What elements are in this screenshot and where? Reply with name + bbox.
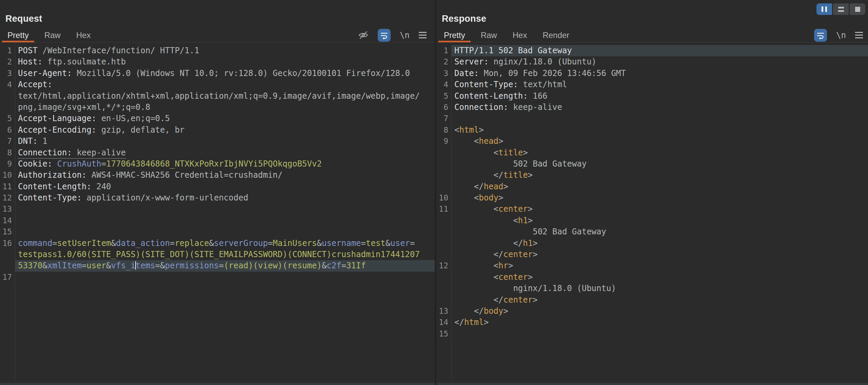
menu-icon[interactable]	[855, 32, 863, 38]
response-toolbar: \n	[814, 29, 863, 42]
response-horizontal-scrollbar[interactable]	[436, 382, 868, 385]
code-row[interactable]: 3User-Agent: Mozilla/5.0 (Windows NT 10.…	[0, 68, 435, 79]
code-token: keep-alive	[508, 102, 562, 112]
code-row[interactable]: </title>	[436, 170, 868, 181]
code-token: 31If	[346, 261, 366, 270]
line-number: 13	[436, 306, 451, 317]
code-row[interactable]: 8<html>	[436, 124, 868, 136]
request-editor[interactable]: 1POST /WebInterface/function/ HTTP/1.12H…	[0, 43, 435, 382]
code-row[interactable]: nginx/1.18.0 (Ubuntu)	[436, 283, 868, 294]
tab-raw[interactable]: Raw	[39, 28, 66, 42]
code-row[interactable]: 9Cookie: CrushAuth=1770643846868_NTXKxPo…	[0, 158, 435, 170]
code-row[interactable]: 16command=setUserItem&data_action=replac…	[0, 238, 435, 249]
code-token: <	[454, 193, 479, 203]
code-row[interactable]: 14</html>	[436, 317, 868, 328]
code-row[interactable]: </head>	[436, 181, 868, 192]
code-row[interactable]: 1HTTP/1.1 502 Bad Gateway	[436, 45, 868, 56]
line-number: 14	[436, 317, 451, 328]
newline-icon[interactable]: \n	[400, 31, 410, 40]
tab-pretty[interactable]: Pretty	[438, 28, 471, 42]
newline-icon[interactable]: \n	[836, 31, 846, 40]
code-row[interactable]: 5Content-Length: 166	[436, 91, 868, 102]
code-row[interactable]: 12Content-Type: application/x-www-form-u…	[0, 192, 435, 204]
code-row[interactable]: 6Connection: keep-alive	[436, 102, 868, 113]
code-token: </	[454, 238, 523, 248]
code-row[interactable]: 11 <center>	[436, 204, 868, 215]
code-row[interactable]: 12 <hr>	[436, 260, 868, 271]
code-row[interactable]: 10Authorization: AWS4-HMAC-SHA256 Creden…	[0, 170, 435, 181]
layout-columns-button[interactable]	[816, 3, 832, 15]
code-row[interactable]: 6Accept-Encoding: gzip, deflate, br	[0, 124, 435, 136]
code-text: Accept-Language: en-US,en;q=0.5	[15, 113, 435, 124]
eye-off-icon[interactable]	[358, 30, 369, 40]
code-row[interactable]: 2Host: ftp.soulmate.htb	[0, 56, 435, 68]
tab-pretty[interactable]: Pretty	[2, 28, 34, 42]
code-text: Connection: keep-alive	[15, 147, 435, 158]
layout-rows-button[interactable]	[833, 3, 849, 15]
code-token: MainUsers	[273, 238, 317, 248]
line-number	[436, 215, 451, 226]
code-row[interactable]: 2Server: nginx/1.18.0 (Ubuntu)	[436, 56, 868, 68]
code-text: <html>	[451, 124, 868, 136]
code-row[interactable]: 502 Bad Gateway	[436, 226, 868, 237]
tab-hex[interactable]: Hex	[507, 28, 533, 42]
code-token: center	[498, 272, 528, 282]
code-row[interactable]: 11Content-Length: 240	[0, 181, 435, 192]
line-number: 9	[0, 158, 15, 170]
code-token: Connection:	[454, 102, 508, 112]
code-token: Host:	[18, 57, 42, 66]
code-row[interactable]: 1POST /WebInterface/function/ HTTP/1.1	[0, 45, 435, 56]
code-row[interactable]: </h1>	[436, 238, 868, 249]
code-row[interactable]: 8Connection: keep-alive	[0, 147, 435, 158]
code-row[interactable]: </center>	[436, 294, 868, 306]
code-token: <	[454, 216, 518, 225]
code-token: html	[459, 125, 479, 135]
tab-hex[interactable]: Hex	[71, 28, 96, 42]
code-row[interactable]: testpass1.0/60(SITE_PASS)(SITE_DOT)(SITE…	[0, 249, 435, 260]
code-row[interactable]: 5Accept-Language: en-US,en;q=0.5	[0, 113, 435, 124]
response-editor[interactable]: 1HTTP/1.1 502 Bad Gateway2Server: nginx/…	[436, 43, 868, 382]
code-row[interactable]: <center>	[436, 272, 868, 283]
code-row[interactable]: <h1>	[436, 215, 868, 226]
line-number: 16	[0, 238, 15, 249]
code-row[interactable]: 4Content-Type: text/html	[436, 79, 868, 90]
code-row[interactable]: 15	[0, 226, 435, 237]
code-row[interactable]: 3Date: Mon, 09 Feb 2026 13:46:56 GMT	[436, 68, 868, 79]
request-horizontal-scrollbar[interactable]	[0, 382, 435, 385]
code-row[interactable]: 13	[0, 204, 435, 215]
code-row[interactable]: 13 </body>	[436, 306, 868, 317]
code-row[interactable]: png,image/svg+xml,*/*;q=0.8	[0, 102, 435, 113]
code-row[interactable]: </center>	[436, 249, 868, 260]
code-text: </html>	[451, 317, 868, 328]
gutter-divider	[451, 43, 452, 382]
layout-single-button[interactable]	[850, 3, 865, 15]
code-row[interactable]: 9 <head>	[436, 136, 868, 147]
code-row[interactable]: 53370&xmlItem=user&vfs_items=&permission…	[0, 260, 435, 271]
code-token: 1	[38, 136, 47, 146]
code-row[interactable]: 7	[436, 113, 868, 124]
request-tabbar: Pretty Raw Hex \n	[0, 28, 435, 42]
code-row[interactable]: 10 <body>	[436, 192, 868, 204]
word-wrap-icon[interactable]	[814, 29, 827, 42]
code-row[interactable]: text/html,application/xhtml+xml,applicat…	[0, 91, 435, 102]
code-row[interactable]: 502 Bad Gateway	[436, 158, 868, 170]
line-number: 6	[0, 124, 15, 136]
code-row[interactable]: 17	[0, 272, 435, 283]
code-token: title	[498, 148, 523, 157]
code-row[interactable]: 14	[0, 215, 435, 226]
request-title: Request	[5, 14, 42, 24]
code-row[interactable]: 15	[436, 328, 868, 340]
code-text	[15, 204, 435, 215]
code-row[interactable]: 4Accept:	[0, 79, 435, 90]
line-number: 2	[0, 56, 15, 68]
menu-icon[interactable]	[419, 32, 427, 38]
tab-raw[interactable]: Raw	[475, 28, 502, 42]
code-row[interactable]: 7DNT: 1	[0, 136, 435, 147]
code-row[interactable]: <title>	[436, 147, 868, 158]
word-wrap-icon[interactable]	[378, 29, 391, 42]
tab-render[interactable]: Render	[537, 28, 575, 42]
code-token: >	[504, 182, 508, 191]
code-token: </	[454, 250, 504, 259]
code-token: 502 Bad Gateway	[454, 227, 606, 236]
line-number: 15	[436, 328, 451, 340]
